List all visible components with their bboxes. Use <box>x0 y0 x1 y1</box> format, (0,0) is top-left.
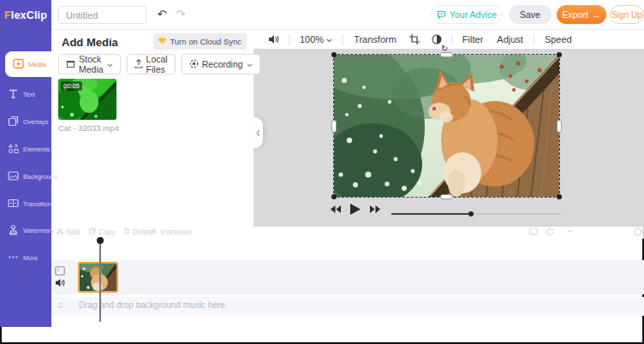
upload-icon <box>134 59 143 70</box>
zoom-level-dropdown[interactable]: 100% <box>300 34 332 44</box>
scissors-icon <box>57 228 63 236</box>
save-button[interactable]: Save <box>509 5 552 24</box>
chevron-down-icon <box>326 34 332 44</box>
local-files-button[interactable]: Local Files <box>127 54 176 74</box>
timeline-toolbar: Split Copy Delete Voiceover <box>51 227 644 239</box>
sign-up-button[interactable]: Sign Up <box>610 5 644 24</box>
redo-icon[interactable]: ↷ <box>173 7 188 22</box>
canvas-toolbar: 100% Transform Filter Adjust Speed <box>253 30 644 49</box>
resize-handle-top-right[interactable] <box>557 52 562 57</box>
chevron-left-icon: ❮ <box>256 129 261 136</box>
sidebar-item-text[interactable]: Text <box>0 83 51 105</box>
rewind-button[interactable] <box>331 205 341 213</box>
volume-icon[interactable] <box>268 34 279 44</box>
chevron-down-icon <box>107 59 113 69</box>
panel-title: Add Media <box>62 36 118 49</box>
delete-button[interactable]: Delete <box>123 228 154 236</box>
left-sidebar: Media Text Overlays Elements Background … <box>0 30 51 327</box>
filter-button[interactable]: Filter <box>462 34 483 44</box>
cloud-sync-button[interactable]: Turn on Cloud Sync <box>153 33 247 50</box>
elements-icon <box>8 143 19 156</box>
crop-icon[interactable] <box>409 34 420 44</box>
copy-icon <box>89 228 96 236</box>
resize-handle-bottom[interactable] <box>440 194 453 199</box>
timeline-help-button[interactable] <box>634 228 642 236</box>
record-icon <box>189 59 199 70</box>
cat-video-frame <box>334 55 559 197</box>
music-drop-hint: Drag and drop background music here. <box>79 300 227 310</box>
preview-progress-bar[interactable] <box>391 211 561 216</box>
toolbar-divider <box>343 34 343 45</box>
timeline-video-clip[interactable] <box>78 262 118 293</box>
clip-filename: Cat - 32033.mp4 <box>58 123 119 133</box>
chevron-down-icon <box>247 59 253 69</box>
toolbar-divider <box>534 34 534 45</box>
background-icon <box>8 170 19 183</box>
play-button[interactable] <box>350 204 361 215</box>
sidebar-item-watermark[interactable]: Watermark <box>0 219 51 241</box>
microphone-icon <box>151 228 158 236</box>
stock-media-button[interactable]: Stock Media <box>58 54 121 74</box>
arrow-right-icon: → <box>592 9 601 20</box>
resize-handle-left[interactable] <box>331 120 337 133</box>
speed-button[interactable]: Speed <box>545 34 572 44</box>
recording-button[interactable]: Recording <box>182 54 260 74</box>
resize-handle-top-left[interactable] <box>331 52 337 57</box>
timeline-refresh-button[interactable] <box>546 228 554 236</box>
export-button[interactable]: Export → <box>557 5 606 24</box>
progress-thumb[interactable] <box>468 211 474 216</box>
toolbar-divider <box>451 34 452 45</box>
panel-collapse-handle[interactable]: ❮ <box>253 117 263 148</box>
storyboard-mode-button[interactable] <box>529 228 538 235</box>
resize-handle-bottom-right[interactable] <box>557 194 562 199</box>
sidebar-item-overlays[interactable]: Overlays <box>0 110 51 133</box>
media-icon <box>13 58 24 71</box>
diamond-icon <box>158 37 166 46</box>
playhead-line[interactable] <box>99 240 101 322</box>
progress-elapsed <box>391 213 471 215</box>
music-note-icon: ♫ <box>57 300 63 310</box>
undo-icon[interactable]: ↶ <box>154 7 170 22</box>
adjust-button[interactable]: Adjust <box>497 34 523 44</box>
sidebar-item-media[interactable]: Media <box>5 51 51 77</box>
progress-remaining <box>471 213 561 215</box>
project-title-input[interactable] <box>58 6 146 24</box>
sidebar-item-elements[interactable]: Elements <box>0 138 51 160</box>
speech-bubble-icon <box>437 10 446 20</box>
selected-video-layer[interactable]: ↻ <box>334 55 559 197</box>
video-track[interactable] <box>51 260 644 294</box>
your-advice-button[interactable]: Your Advice <box>431 5 503 24</box>
add-media-panel: Add Media Turn on Cloud Sync Stock Media… <box>51 30 253 227</box>
overlays-icon <box>8 116 19 128</box>
flexclip-logo[interactable]: FlexClip <box>0 0 51 30</box>
sidebar-item-more[interactable]: More <box>0 246 51 269</box>
more-dots-icon <box>8 252 19 264</box>
zoom-out-timeline-button[interactable] <box>567 228 574 234</box>
sidebar-item-transition[interactable]: Transition <box>0 193 51 215</box>
watermark-icon <box>8 224 19 237</box>
resize-handle-right[interactable] <box>557 120 562 133</box>
top-header: FlexClip ↶ ↷ Your Advice Save Export → S… <box>0 0 644 30</box>
transform-button[interactable]: Transform <box>354 34 397 44</box>
trash-icon <box>123 228 130 236</box>
toolbar-divider <box>289 34 289 45</box>
fast-forward-button[interactable] <box>370 205 380 213</box>
clip-duration-badge: 00:05 <box>61 81 82 91</box>
video-track-icon <box>55 266 65 276</box>
playhead-handle[interactable] <box>97 237 104 244</box>
transition-icon <box>8 198 19 211</box>
text-icon <box>8 88 19 101</box>
track-mute-icon[interactable] <box>55 278 65 288</box>
media-source-buttons: Stock Media Local Files Recording <box>58 54 260 74</box>
resize-handle-top[interactable] <box>440 52 453 57</box>
copy-button[interactable]: Copy <box>89 228 116 236</box>
split-button[interactable]: Split <box>57 228 80 236</box>
playback-controls <box>331 204 380 215</box>
sidebar-item-background[interactable]: Background <box>0 165 51 187</box>
stock-media-icon <box>66 59 75 70</box>
preview-canvas: ↻ <box>253 49 644 227</box>
voiceover-button[interactable]: Voiceover <box>151 228 192 236</box>
flexclip-editor-window: FlexClip ↶ ↷ Your Advice Save Export → S… <box>0 0 644 344</box>
resize-handle-bottom-left[interactable] <box>331 194 337 199</box>
